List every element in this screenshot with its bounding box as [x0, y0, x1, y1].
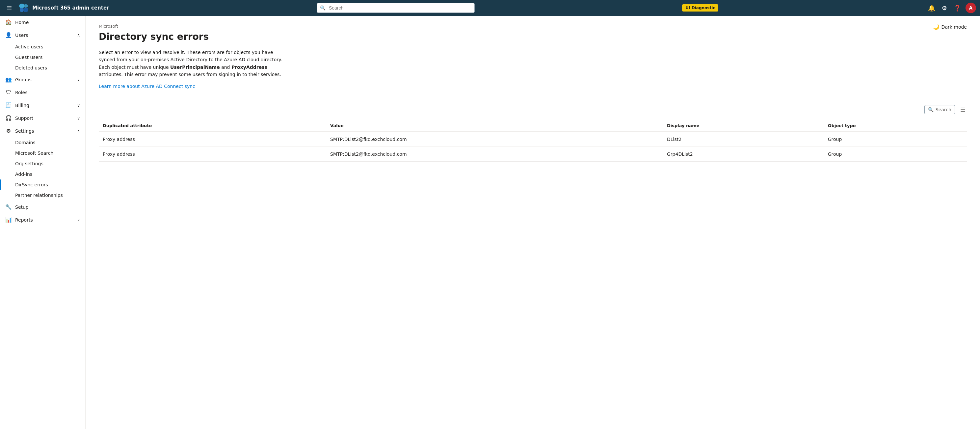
- main-content: Microsoft 🌙 Dark mode Directory sync err…: [86, 16, 980, 429]
- learn-more-link[interactable]: Learn more about Azure AD Connect sync: [99, 84, 195, 89]
- sidebar-item-reports[interactable]: 📊 Reports ∨: [0, 213, 85, 226]
- sidebar-groups-label: Groups: [15, 77, 32, 82]
- sidebar-item-org-settings[interactable]: Org settings: [0, 158, 85, 169]
- support-chevron-icon: ∨: [77, 116, 80, 121]
- svg-point-3: [23, 8, 28, 12]
- sidebar-item-partner-relationships[interactable]: Partner relationships: [0, 190, 85, 201]
- sidebar-setup-label: Setup: [15, 204, 29, 210]
- support-icon: 🎧: [5, 115, 12, 121]
- app-body: 🏠 Home 👤 Users ∧ Active users Guest user…: [0, 16, 980, 429]
- billing-chevron-icon: ∨: [77, 103, 80, 108]
- roles-icon: 🛡: [5, 89, 12, 96]
- main-header-row: Microsoft 🌙 Dark mode: [99, 24, 967, 31]
- sidebar-item-roles[interactable]: 🛡 Roles: [0, 86, 85, 99]
- settings-icon[interactable]: ⚙️: [940, 3, 949, 13]
- hamburger-menu[interactable]: ☰: [4, 3, 14, 13]
- sidebar: 🏠 Home 👤 Users ∧ Active users Guest user…: [0, 16, 86, 429]
- users-icon: 👤: [5, 32, 12, 38]
- table-body: Proxy address SMTP:DList2@fkd.exchcloud.…: [99, 132, 967, 162]
- sidebar-item-users[interactable]: 👤 Users ∧: [0, 29, 85, 41]
- table-row[interactable]: Proxy address SMTP:DList2@fkd.exchcloud.…: [99, 147, 967, 161]
- row2-object-type: Group: [824, 147, 967, 161]
- content-inner: Microsoft 🌙 Dark mode Directory sync err…: [86, 16, 980, 169]
- svg-point-1: [23, 4, 28, 8]
- groups-icon: 👥: [5, 77, 12, 83]
- table-search-icon: 🔍: [928, 107, 934, 112]
- help-icon[interactable]: ❓: [952, 3, 963, 13]
- row2-value: SMTP:DList2@fkd.exchcloud.com: [326, 147, 663, 161]
- description-text: Select an error to view and resolve it. …: [99, 49, 290, 78]
- row1-object-type: Group: [824, 132, 967, 147]
- col-value: Value: [326, 120, 663, 132]
- sidebar-item-support[interactable]: 🎧 Support ∨: [0, 112, 85, 124]
- sidebar-reports-label: Reports: [15, 217, 33, 223]
- sidebar-item-dirsync-errors[interactable]: DirSync errors: [0, 179, 85, 190]
- filter-icon[interactable]: ☰: [959, 105, 967, 115]
- sidebar-item-home[interactable]: 🏠 Home: [0, 16, 85, 29]
- sidebar-item-domains[interactable]: Domains: [0, 137, 85, 148]
- sync-errors-table: Duplicated attribute Value Display name …: [99, 120, 967, 162]
- ui-diagnostic-badge[interactable]: UI Diagnostic: [682, 4, 718, 11]
- home-icon: 🏠: [5, 19, 12, 26]
- sidebar-item-billing[interactable]: 🧾 Billing ∨: [0, 99, 85, 112]
- sidebar-users-label: Users: [15, 33, 28, 38]
- description-part2: attributes. This error may prevent some …: [99, 72, 281, 77]
- table-row[interactable]: Proxy address SMTP:DList2@fkd.exchcloud.…: [99, 132, 967, 147]
- col-duplicated-attribute: Duplicated attribute: [99, 120, 326, 132]
- user-avatar[interactable]: A: [966, 3, 976, 13]
- microsoft-logo-icon: [18, 3, 29, 13]
- table-toolbar: 🔍 Search ☰: [99, 105, 967, 115]
- row1-duplicated-attribute: Proxy address: [99, 132, 326, 147]
- table-search-box[interactable]: 🔍 Search: [924, 105, 955, 114]
- row2-display-name: Grp4DList2: [663, 147, 824, 161]
- moon-icon: 🌙: [933, 24, 940, 30]
- col-display-name: Display name: [663, 120, 824, 132]
- row1-display-name: DList2: [663, 132, 824, 147]
- sidebar-home-label: Home: [15, 20, 29, 25]
- notifications-icon[interactable]: 🔔: [926, 3, 937, 13]
- sidebar-item-add-ins[interactable]: Add-ins: [0, 169, 85, 179]
- table-search-label: Search: [935, 107, 951, 112]
- sidebar-item-deleted-users[interactable]: Deleted users: [0, 62, 85, 73]
- sidebar-item-settings[interactable]: ⚙️ Settings ∧: [0, 124, 85, 137]
- settings-gear-icon: ⚙️: [5, 128, 12, 134]
- sidebar-item-guest-users[interactable]: Guest users: [0, 52, 85, 62]
- top-nav: ☰ Microsoft 365 admin center 🔍 UI Diagno…: [0, 0, 980, 16]
- sidebar-item-setup[interactable]: 🔧 Setup: [0, 201, 85, 213]
- reports-icon: 📊: [5, 217, 12, 223]
- sidebar-settings-label: Settings: [15, 128, 34, 134]
- col-object-type: Object type: [824, 120, 967, 132]
- billing-icon: 🧾: [5, 102, 12, 108]
- description-and: and: [220, 65, 231, 70]
- table-header: Duplicated attribute Value Display name …: [99, 120, 967, 132]
- groups-chevron-icon: ∨: [77, 77, 80, 82]
- sidebar-item-groups[interactable]: 👥 Groups ∨: [0, 73, 85, 86]
- settings-chevron-up-icon: ∧: [77, 129, 80, 133]
- dark-mode-label: Dark mode: [942, 24, 967, 30]
- sidebar-item-active-users[interactable]: Active users: [0, 41, 85, 52]
- search-icon: 🔍: [320, 5, 326, 11]
- dark-mode-toggle[interactable]: 🌙 Dark mode: [933, 24, 967, 30]
- sidebar-roles-label: Roles: [15, 90, 27, 95]
- reports-chevron-icon: ∨: [77, 218, 80, 222]
- app-title: Microsoft 365 admin center: [32, 5, 109, 11]
- global-search: 🔍: [317, 3, 475, 13]
- row1-value: SMTP:DList2@fkd.exchcloud.com: [326, 132, 663, 147]
- description-bold2: ProxyAddress: [231, 65, 267, 70]
- top-nav-actions: 🔔 ⚙️ ❓ A: [926, 3, 976, 13]
- breadcrumb: Microsoft: [99, 24, 118, 29]
- setup-icon: 🔧: [5, 204, 12, 210]
- section-divider: [99, 97, 967, 97]
- description-bold1: UserPrincipalName: [170, 65, 220, 70]
- sidebar-support-label: Support: [15, 116, 33, 121]
- sidebar-item-microsoft-search[interactable]: Microsoft Search: [0, 148, 85, 158]
- page-title: Directory sync errors: [99, 31, 967, 42]
- search-input[interactable]: [317, 3, 475, 13]
- sidebar-billing-label: Billing: [15, 103, 29, 108]
- users-chevron-up-icon: ∧: [77, 33, 80, 38]
- app-logo: Microsoft 365 admin center: [18, 3, 109, 13]
- row2-duplicated-attribute: Proxy address: [99, 147, 326, 161]
